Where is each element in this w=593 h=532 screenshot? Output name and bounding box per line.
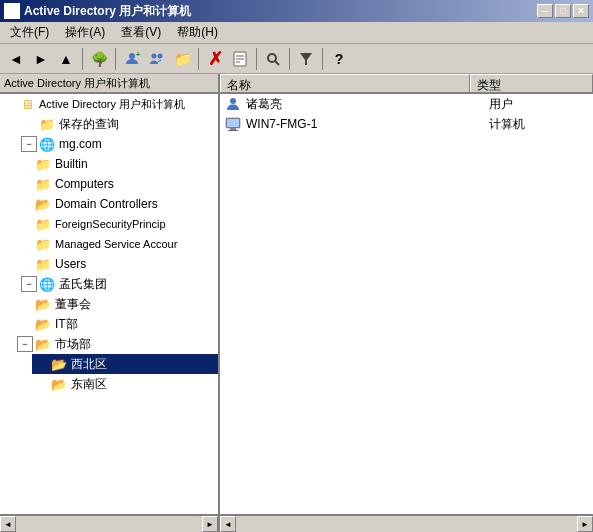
- tree-expand-managed: [17, 236, 33, 252]
- tree-icon-saved: 📁: [38, 115, 56, 133]
- tree-icon-board: 📂: [34, 295, 52, 313]
- new-user-button[interactable]: +: [120, 47, 144, 71]
- tree-icon-southeast: 📂: [50, 375, 68, 393]
- tree-expand-dc: [17, 196, 33, 212]
- tree-children-mgcom: 📁 Builtin 📁 Computers 📂 Domain Controlle…: [0, 154, 218, 274]
- svg-rect-15: [228, 130, 238, 131]
- tree-icon-root: 🖥: [18, 95, 36, 113]
- title-text: Active Directory 用户和计算机: [24, 3, 191, 20]
- menu-help[interactable]: 帮助(H): [169, 22, 226, 43]
- new-group-button[interactable]: [145, 47, 169, 71]
- tree-node-row-meng[interactable]: − 🌐 孟氏集团: [0, 274, 218, 294]
- tree-label-southeast: 东南区: [71, 376, 107, 393]
- tree-hscroll: ◄ ►: [0, 516, 220, 532]
- tree-node-row-dc[interactable]: 📂 Domain Controllers: [16, 194, 218, 214]
- tree-expand-foreign: [17, 216, 33, 232]
- menu-view[interactable]: 查看(V): [113, 22, 169, 43]
- properties-icon: [232, 51, 248, 67]
- tree-expand-board: [17, 296, 33, 312]
- tree-node-row-market[interactable]: − 📂 市场部: [16, 334, 218, 354]
- hscroll-left-btn2[interactable]: ◄: [220, 516, 236, 532]
- hscroll-right-btn2[interactable]: ►: [577, 516, 593, 532]
- tree-icon-users-mg: 📁: [34, 255, 52, 273]
- svg-point-2: [152, 53, 157, 58]
- tree-node-row-builtin[interactable]: 📁 Builtin: [16, 154, 218, 174]
- tree-node-row-computers[interactable]: 📁 Computers: [16, 174, 218, 194]
- delete-button[interactable]: ✗: [203, 47, 227, 71]
- user-name: 诸葛亮: [246, 96, 489, 113]
- sep5: [289, 48, 290, 70]
- tree-node-row-northwest[interactable]: 📂 西北区: [32, 354, 218, 374]
- new-user-icon: +: [124, 51, 140, 67]
- tree-expand-meng[interactable]: −: [21, 276, 37, 292]
- svg-line-9: [275, 61, 279, 65]
- tree-label-board: 董事会: [55, 296, 91, 313]
- list-item-user[interactable]: 诸葛亮 用户: [220, 94, 593, 114]
- tree-children-meng: 📂 董事会 📂 IT部 − 📂: [0, 294, 218, 394]
- tree-node-row-board[interactable]: 📂 董事会: [16, 294, 218, 314]
- computer-name: WIN7-FMG-1: [246, 117, 489, 131]
- tree-label-dc: Domain Controllers: [55, 197, 158, 211]
- tree-label-foreign: ForeignSecurityPrincip: [55, 218, 166, 230]
- minimize-button[interactable]: ─: [537, 4, 553, 18]
- svg-rect-14: [230, 128, 236, 130]
- sep6: [322, 48, 323, 70]
- maximize-button[interactable]: □: [555, 4, 571, 18]
- tree-icon-managed: 📁: [34, 235, 52, 253]
- new-ou-button[interactable]: 📁: [170, 47, 194, 71]
- app-icon: 🖥: [4, 3, 20, 19]
- tree-node-row-mgcom[interactable]: − 🌐 mg.com: [0, 134, 218, 154]
- up-button[interactable]: ▲: [54, 47, 78, 71]
- tree-node-meng: − 🌐 孟氏集团 📂 董事会 📂 IT部: [0, 274, 218, 394]
- tree-node-row-users-mg[interactable]: 📁 Users: [16, 254, 218, 274]
- col-header-name[interactable]: 名称: [220, 74, 470, 92]
- tree-label-it: IT部: [55, 316, 78, 333]
- close-button[interactable]: ✕: [573, 4, 589, 18]
- hscroll-right-btn[interactable]: ►: [202, 516, 218, 532]
- menu-action[interactable]: 操作(A): [57, 22, 113, 43]
- tree-label-northwest: 西北区: [71, 356, 107, 373]
- tree-expand-market[interactable]: −: [17, 336, 33, 352]
- properties-button[interactable]: [228, 47, 252, 71]
- menu-file[interactable]: 文件(F): [2, 22, 57, 43]
- svg-point-0: [129, 53, 135, 59]
- help-button[interactable]: ?: [327, 47, 351, 71]
- tree-node-row-foreign[interactable]: 📁 ForeignSecurityPrincip: [16, 214, 218, 234]
- back-button[interactable]: ◄: [4, 47, 28, 71]
- svg-rect-13: [227, 119, 239, 127]
- hscroll-track-right[interactable]: [236, 516, 577, 532]
- tree-node-row-root[interactable]: 🖥 Active Directory 用户和计算机: [0, 94, 218, 114]
- tree-node-row-it[interactable]: 📂 IT部: [16, 314, 218, 334]
- find-button[interactable]: [261, 47, 285, 71]
- computer-type: 计算机: [489, 116, 589, 133]
- tree-label-root: Active Directory 用户和计算机: [39, 97, 185, 112]
- filter-button[interactable]: [294, 47, 318, 71]
- new-group-icon: [149, 51, 165, 67]
- tree-expand-mgcom[interactable]: −: [21, 136, 37, 152]
- svg-point-11: [230, 98, 236, 104]
- tree-label-managed: Managed Service Accour: [55, 238, 177, 250]
- tree-node-root: 🖥 Active Directory 用户和计算机 📁 保存的查询 − 🌐: [0, 94, 218, 394]
- filter-icon: [298, 51, 314, 67]
- forward-button[interactable]: ►: [29, 47, 53, 71]
- tree-icon-meng: 🌐: [38, 275, 56, 293]
- tree-expand-saved: [21, 116, 37, 132]
- content-area: 诸葛亮 用户 WIN7-FMG-1 计算机: [220, 94, 593, 514]
- tree-label-users-mg: Users: [55, 257, 86, 271]
- list-item-computer[interactable]: WIN7-FMG-1 计算机: [220, 114, 593, 134]
- tree-node-row-saved[interactable]: 📁 保存的查询: [0, 114, 218, 134]
- show-tree-button[interactable]: 🌳: [87, 47, 111, 71]
- tree-icon-it: 📂: [34, 315, 52, 333]
- tree-node-mgcom: − 🌐 mg.com 📁 Builtin 📁: [0, 134, 218, 274]
- toolbar: ◄ ► ▲ 🌳 + 📁 ✗: [0, 44, 593, 74]
- hscroll-track-left[interactable]: [16, 516, 202, 532]
- tree-node-row-southeast[interactable]: 📂 东南区: [32, 374, 218, 394]
- svg-marker-10: [300, 53, 312, 65]
- tree-expand-users-mg: [17, 256, 33, 272]
- tree-label-saved: 保存的查询: [59, 116, 119, 133]
- col-header-type[interactable]: 类型: [470, 74, 593, 92]
- tree-expand-builtin: [17, 156, 33, 172]
- hscroll-left-btn[interactable]: ◄: [0, 516, 16, 532]
- tree-node-row-managed[interactable]: 📁 Managed Service Accour: [16, 234, 218, 254]
- svg-point-8: [268, 54, 276, 62]
